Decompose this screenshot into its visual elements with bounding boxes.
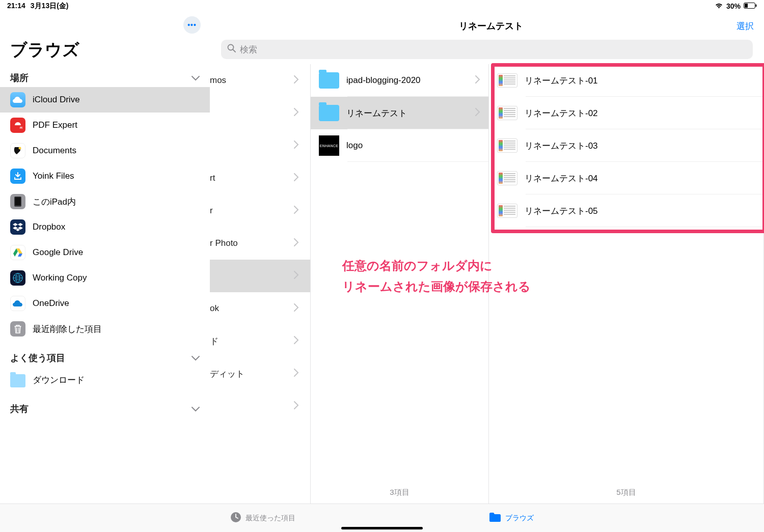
section-shared[interactable]: 共有 [0,400,210,418]
list-item[interactable]: rt [210,162,310,194]
pdfexpert-icon: PDF [10,118,25,133]
file-row[interactable]: ENHANCE logo [311,129,488,162]
image-thumbnail [497,73,517,88]
workingcopy-icon [10,270,25,286]
chevron-right-icon [293,336,299,347]
column-1: mos rt r r Photo ok ド ディット [210,64,311,503]
list-item[interactable] [210,260,310,292]
icloud-icon [10,92,25,107]
svg-text:PDF: PDF [20,126,22,129]
list-item[interactable]: mos [210,64,310,97]
image-thumbnail: ENHANCE [319,135,339,156]
search-input[interactable]: 検索 [221,40,753,59]
trash-icon [10,321,25,337]
file-row[interactable]: リネームテスト-04 [489,162,763,194]
list-item[interactable] [210,97,310,129]
file-row[interactable]: リネームテスト-02 [489,97,763,129]
sidebar-item-onedrive[interactable]: OneDrive [0,291,210,316]
chevron-right-icon [293,206,299,216]
yoink-icon [10,169,25,184]
home-indicator[interactable] [341,527,423,529]
battery-pct: 30% [726,2,741,10]
sidebar-item-documents[interactable]: Documents [0,138,210,163]
column-footer: 3項目 [311,482,488,503]
chevron-right-icon [293,141,299,151]
folder-icon [319,72,339,89]
section-places[interactable]: 場所 [0,69,210,87]
chevron-right-icon [293,108,299,119]
chevron-right-icon [293,369,299,379]
folder-icon [489,512,501,524]
chevron-right-icon [475,108,480,119]
more-button[interactable]: ••• [183,16,201,34]
chevron-right-icon [475,75,480,86]
browse-sidebar: ••• ブラウズ 場所 iCloud Drive PDF PDF Expert … [0,12,210,503]
folder-icon [319,105,339,121]
list-item[interactable]: ド [210,325,310,357]
clock-icon [230,512,241,524]
sidebar-item-pdfexpert[interactable]: PDF PDF Expert [0,113,210,138]
list-item[interactable]: r Photo [210,227,310,260]
wifi-icon [715,2,723,10]
chevron-down-icon [192,73,200,83]
page-title: リネームテスト [245,20,736,32]
status-bar: 21:14 3月13日(金) 30% [0,0,764,12]
ipad-icon [10,194,25,209]
column-footer: 5項目 [489,482,763,503]
sidebar-item-yoink[interactable]: Yoink Files [0,163,210,189]
gdrive-icon [10,245,25,260]
list-item[interactable]: r [210,194,310,227]
list-item[interactable] [210,390,310,423]
image-thumbnail [497,204,517,218]
dropbox-icon [10,219,25,235]
chevron-down-icon [192,353,200,363]
chevron-right-icon [293,173,299,184]
sidebar-item-workingcopy[interactable]: Working Copy [0,265,210,291]
image-thumbnail [497,106,517,120]
svg-rect-1 [745,4,748,8]
tab-recent[interactable]: 最近使った項目 [230,512,295,524]
tab-browse[interactable]: ブラウズ [489,512,534,524]
documents-icon [10,143,25,158]
folder-row[interactable]: リネームテスト [311,97,488,129]
sidebar-item-downloads[interactable]: ダウンロード [0,367,210,393]
sidebar-title: ブラウズ [0,36,210,69]
sidebar-item-dropbox[interactable]: Dropbox [0,214,210,240]
list-item[interactable]: ディット [210,357,310,390]
section-favorites[interactable]: よく使う項目 [0,349,210,367]
file-row[interactable]: リネームテスト-05 [489,194,763,227]
select-button[interactable]: 選択 [736,20,754,32]
status-date: 3月13日(金) [31,2,69,11]
sidebar-item-icloud[interactable]: iCloud Drive [0,87,210,113]
file-row[interactable]: リネームテスト-01 [489,64,763,97]
chevron-right-icon [293,271,299,282]
sidebar-item-trash[interactable]: 最近削除した項目 [0,316,210,342]
file-row[interactable]: リネームテスト-03 [489,129,763,162]
svg-point-4 [19,147,21,150]
chevron-right-icon [293,303,299,314]
chevron-down-icon [192,404,200,414]
sidebar-item-gdrive[interactable]: Google Drive [0,240,210,265]
chevron-right-icon [293,401,299,412]
search-icon [227,44,236,55]
status-time: 21:14 [7,2,25,11]
list-item[interactable] [210,129,310,162]
header: リネームテスト 選択 [210,12,764,40]
folder-icon [10,372,25,387]
chevron-right-icon [293,238,299,249]
svg-rect-6 [15,198,21,206]
list-item[interactable]: ok [210,292,310,325]
image-thumbnail [497,171,517,185]
search-placeholder: 検索 [240,44,257,55]
onedrive-icon [10,296,25,311]
svg-rect-2 [756,5,757,7]
folder-row[interactable]: ipad-blogging-2020 [311,64,488,97]
chevron-right-icon [293,75,299,86]
battery-icon [744,2,757,10]
image-thumbnail [497,138,517,153]
annotation-text: 任意の名前のフォルダ内に リネームされた画像が保存される [342,256,531,297]
sidebar-item-ipad[interactable]: このiPad内 [0,189,210,214]
